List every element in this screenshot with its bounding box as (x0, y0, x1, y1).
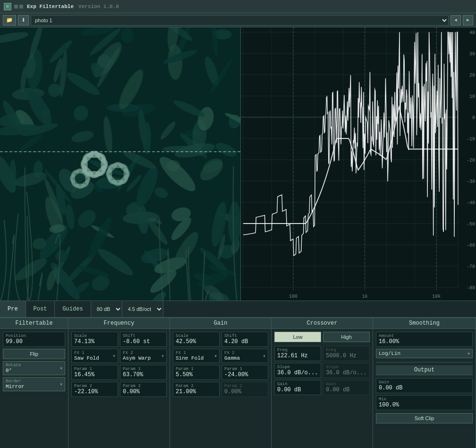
image-panel[interactable] (0, 27, 240, 301)
gain-fx1-select[interactable]: FX 1 Sine Fold ▼ (173, 349, 220, 363)
frequency-panel: Frequency Scale 74.13% Shift -8.60 st FX… (68, 318, 170, 448)
freq-param2a-field[interactable]: Param 2 -22.10% (71, 382, 118, 397)
freq-fx2-arrow-icon: ▼ (162, 354, 164, 358)
gain-fx1-arrow-icon: ▼ (214, 354, 217, 358)
toolbar: 📁 ⬇ photo 1 ◀ ▶ (0, 13, 476, 27)
app-icon: ⚙ (4, 3, 11, 10)
crossover-panel: Crossover Low High Freq 122.61 Hz Freq 5… (272, 318, 373, 448)
filtertable-panel: Filtertable Position 99.00 Flip Rotate 0… (0, 318, 68, 448)
crossover-slope1-field[interactable]: Slope 36.0 dB/o... (274, 363, 321, 378)
title-bar-dots (14, 5, 23, 9)
smoothing-panel: Smoothing Amount 16.00% Log/Lin ▼ Output… (373, 318, 476, 448)
slope-select[interactable]: 4.5 dB/oct (122, 301, 163, 317)
app-name: Exp Filtertable (27, 4, 74, 9)
crossover-high-btn[interactable]: High (323, 332, 370, 342)
smoothing-header: Smoothing (373, 318, 476, 329)
crossover-low-btn[interactable]: Low (274, 332, 321, 342)
image-canvas (0, 27, 240, 301)
freq-param1b-field[interactable]: Param 1 63.70% (120, 365, 167, 380)
freq-scale-field[interactable]: Scale 74.13% (71, 332, 118, 347)
gain-fx2-select[interactable]: FX 2 Gamma ▼ (221, 349, 268, 363)
app-version: Version 1.0.0 (78, 4, 119, 9)
frequency-header: Frequency (68, 318, 170, 329)
gain-fx2-arrow-icon: ▼ (263, 354, 265, 358)
freq-param1a-field[interactable]: Param 1 16.45% (71, 365, 118, 380)
tab-post[interactable]: Post (26, 301, 55, 317)
freq-fx2-select[interactable]: FX 2 Asym Warp ▼ (120, 349, 167, 363)
folder-button[interactable]: 📁 (3, 15, 16, 26)
loglin-select[interactable]: Log/Lin ▼ (376, 349, 473, 358)
loglin-arrow-icon: ▼ (468, 352, 470, 356)
gain-shift-field[interactable]: Shift 4.20 dB (221, 332, 268, 347)
rotate-arrow-icon: ▼ (60, 366, 62, 370)
crossover-gain2-field: Gain 0.00 dB (323, 380, 370, 395)
flip-button[interactable]: Flip (3, 349, 65, 359)
title-bar: ⚙ Exp Filtertable Version 1.0.0 (0, 0, 476, 13)
gain-param2a-field[interactable]: Param 2 21.00% (173, 382, 220, 397)
gain-param2b-field: Param 2 0.00% (221, 382, 268, 397)
controls-area: Filtertable Position 99.00 Flip Rotate 0… (0, 318, 476, 448)
freq-param2b-field[interactable]: Param 2 0.00% (120, 382, 167, 397)
gain-scale-field[interactable]: Scale 42.50% (173, 332, 220, 347)
output-header: Output (376, 365, 473, 375)
spectrum-panel[interactable] (240, 27, 476, 301)
crossover-slope2-field: Slope 36.0 dB/o... (323, 363, 370, 378)
save-button[interactable]: ⬇ (18, 15, 29, 26)
spectrum-tabs: Pre Post Guides 80 dB 4.5 dB/oct (0, 301, 476, 318)
gain-panel: Gain Scale 42.50% Shift 4.20 dB FX 1 Sin… (170, 318, 272, 448)
next-button[interactable]: ▶ (463, 15, 473, 26)
crossover-header: Crossover (272, 318, 373, 329)
border-arrow-icon: ▼ (60, 382, 62, 387)
save-icon: ⬇ (21, 17, 26, 23)
prev-button[interactable]: ◀ (450, 15, 461, 26)
freq-shift-field[interactable]: Shift -8.60 st (120, 332, 167, 347)
main-content (0, 27, 476, 301)
crossover-gain1-field[interactable]: Gain 0.00 dB (274, 380, 321, 395)
smoothing-amount-field[interactable]: Amount 16.00% (376, 332, 473, 347)
spectrum-canvas (241, 27, 476, 301)
gain-param1a-field[interactable]: Param 1 5.50% (173, 365, 220, 380)
output-gain-field[interactable]: Gain 0.00 dB (376, 378, 473, 393)
folder-icon: 📁 (6, 17, 13, 23)
filtertable-header: Filtertable (0, 318, 68, 329)
gain-param1b-field[interactable]: Param 1 -24.00% (221, 365, 268, 380)
preset-select[interactable]: photo 1 (31, 15, 449, 26)
softclip-button[interactable]: Soft Clip (376, 413, 473, 423)
rotate-select[interactable]: Rotate 0° ▼ (3, 361, 65, 375)
crossover-freq2-field: Freq 5000.0 Hz (323, 346, 370, 361)
db-range-select[interactable]: 80 dB (91, 301, 122, 317)
freq-fx1-select[interactable]: FX 1 Saw Fold ▼ (71, 349, 118, 363)
tab-pre[interactable]: Pre (0, 301, 26, 317)
tab-guides[interactable]: Guides (55, 301, 91, 317)
position-field[interactable]: Position 99.00 (3, 332, 65, 347)
output-mix-field[interactable]: Mix 100.0% (376, 395, 473, 410)
border-select[interactable]: Border Mirror ▼ (3, 377, 65, 391)
gain-header: Gain (170, 318, 271, 329)
crossover-freq1-field[interactable]: Freq 122.61 Hz (274, 346, 321, 361)
freq-fx1-arrow-icon: ▼ (113, 354, 115, 358)
